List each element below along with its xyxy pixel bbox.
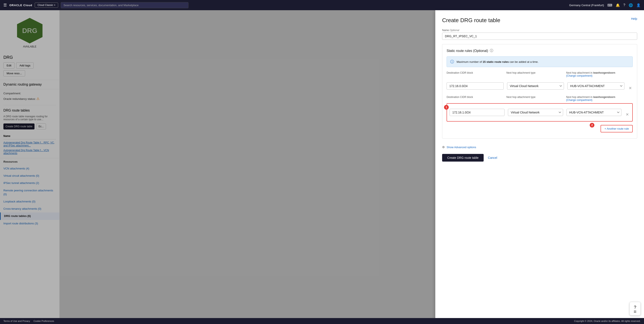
- rule2-hop-type-wrapper: Virtual Cloud Network: [508, 109, 563, 116]
- cookies-link[interactable]: Cookie Preferences: [34, 320, 54, 322]
- search-input[interactable]: [61, 2, 188, 8]
- step2-badge-wrapper: 2: [590, 123, 594, 127]
- change-compartment-link-2[interactable]: (Change compartment): [566, 99, 592, 101]
- rule2-destination-input[interactable]: [450, 109, 504, 116]
- rule1-hop-type-wrapper: Virtual Cloud Network: [507, 82, 564, 90]
- help-widget-dots: [634, 311, 636, 313]
- add-route-rule-button[interactable]: + Another route rule: [600, 125, 633, 132]
- rule2-hop-type-select[interactable]: Virtual Cloud Network: [508, 109, 563, 116]
- column-headers: Destination CIDR block Next hop attachme…: [446, 71, 633, 78]
- form-actions: Create DRG route table Cancel: [442, 154, 637, 162]
- hamburger-icon[interactable]: ☰: [4, 3, 7, 7]
- user-icon[interactable]: 👤: [636, 3, 640, 7]
- next-hop-type-header: Next hop attachment type: [506, 71, 563, 77]
- advanced-options-row: ⚙ Show Advanced options: [442, 145, 637, 149]
- rule2-hop-attachment-select[interactable]: HUB-VCN-ATTACHMENT: [566, 109, 622, 116]
- copyright-text: Copyright © 2024, Oracle and/or its affi…: [574, 320, 640, 322]
- route-rule-1: Virtual Cloud Network HUB-VCN-ATTACHMENT…: [446, 80, 633, 92]
- info-banner-text: Maximum number of 15 static route rules …: [456, 60, 538, 63]
- step1-badge-wrapper: 1: [444, 105, 449, 110]
- next-hop-attachment-header: Next hop attachment in iwanhoogendoorn (…: [566, 71, 622, 77]
- info-banner: ⓘ Maximum number of 15 static route rule…: [446, 56, 633, 67]
- show-advanced-options-link[interactable]: Show Advanced options: [446, 146, 476, 149]
- modal-panel: Create DRG route table Help Name Optiona…: [435, 10, 644, 324]
- region-selector[interactable]: Germany Central (Frankfurt): [569, 3, 604, 7]
- help-link[interactable]: Help: [631, 17, 637, 20]
- rule2-hop-attachment-wrapper: HUB-VCN-ATTACHMENT: [566, 109, 622, 116]
- sliders-icon: ⚙: [442, 145, 445, 149]
- help-widget-icon: ?: [634, 305, 636, 310]
- terms-link[interactable]: Terms of Use and Privacy: [4, 320, 30, 322]
- static-rules-section: Static route rules (Optional) ⓘ ⓘ Maximu…: [442, 44, 637, 139]
- modal-overlay[interactable]: Create DRG route table Help Name Optiona…: [0, 10, 644, 324]
- next-hop-attachment-header-2: Next hop attachment in iwanhoogendoorn (…: [566, 96, 622, 101]
- rule1-hop-attachment-select[interactable]: HUB-VCN-ATTACHMENT: [567, 82, 624, 90]
- nav-right: Germany Central (Frankfurt) ⌨ 🔔 ? 🌐 👤: [569, 3, 640, 7]
- modal-title-row: Create DRG route table Help: [442, 17, 637, 24]
- bell-icon[interactable]: 🔔: [616, 3, 620, 7]
- rule1-destination-input[interactable]: [446, 82, 504, 90]
- help-icon[interactable]: ?: [623, 3, 625, 7]
- next-hop-type-header-2: Next hop attachment type: [506, 96, 563, 101]
- info-banner-icon: ⓘ: [450, 59, 454, 64]
- help-widget[interactable]: ?: [630, 302, 640, 316]
- name-field-label: Name Optional: [442, 29, 637, 32]
- cloud-classic-button[interactable]: Cloud Classic >: [35, 2, 58, 8]
- globe-icon[interactable]: 🌐: [629, 3, 633, 7]
- rule1-hop-type-select[interactable]: Virtual Cloud Network: [507, 82, 564, 90]
- modal-title: Create DRG route table: [442, 17, 500, 24]
- name-field-group: Name Optional: [442, 29, 637, 40]
- route-rule-2-wrapper: 1 Virtual Cloud Network HUB-VCN-ATTACHME…: [446, 103, 633, 122]
- top-navigation: ☰ ORACLE Cloud Cloud Classic > Germany C…: [0, 0, 644, 10]
- static-rules-title: Static route rules (Optional) ⓘ: [446, 48, 633, 53]
- rule1-hop-attachment-wrapper: HUB-VCN-ATTACHMENT: [567, 82, 624, 90]
- step2-badge: 2: [590, 123, 594, 127]
- static-rules-info-icon[interactable]: ⓘ: [490, 48, 493, 53]
- add-rule-row: 2 + Another route rule: [446, 125, 633, 132]
- cancel-button[interactable]: Cancel: [486, 154, 499, 162]
- destination-header-2: Destination CIDR block: [446, 96, 503, 101]
- destination-header: Destination CIDR block: [446, 71, 503, 77]
- change-compartment-link-1[interactable]: (Change compartment): [566, 74, 592, 77]
- rule1-remove-button[interactable]: ✕: [628, 84, 633, 92]
- terminal-icon[interactable]: ⌨: [607, 3, 612, 7]
- name-input[interactable]: [442, 32, 637, 40]
- route-rule-2: Virtual Cloud Network HUB-VCN-ATTACHMENT…: [446, 103, 633, 122]
- column-headers-2: Destination CIDR block Next hop attachme…: [446, 96, 633, 102]
- step1-badge: 1: [444, 105, 449, 110]
- oracle-logo: ORACLE Cloud: [9, 3, 32, 7]
- create-drg-route-table-button[interactable]: Create DRG route table: [442, 154, 484, 162]
- rule2-remove-button[interactable]: ✕: [625, 110, 630, 119]
- footer: Terms of Use and Privacy Cookie Preferen…: [0, 318, 644, 324]
